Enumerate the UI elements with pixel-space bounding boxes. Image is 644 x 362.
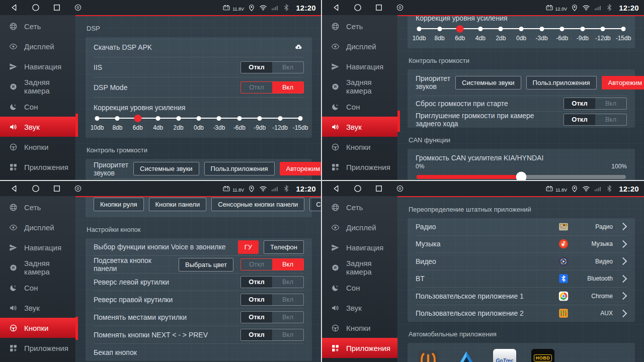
toggle-on-option[interactable]: Вкл — [272, 82, 303, 93]
on-off-toggle[interactable]: ОтклВкл — [240, 276, 304, 288]
on-off-toggle[interactable]: ОтклВкл — [240, 294, 304, 306]
app-override-row[interactable]: МузыкаМузыка — [416, 235, 627, 253]
on-off-toggle[interactable]: ОтклВкл — [564, 114, 627, 126]
app-override-row[interactable]: ВидеоВидео — [416, 252, 627, 270]
tpms-icon[interactable] — [417, 349, 440, 362]
slider-dot[interactable] — [499, 27, 503, 31]
toggle-on-option[interactable]: Вкл — [272, 62, 303, 73]
sidebar-item-7[interactable]: Приложения — [0, 157, 75, 177]
slider-dot[interactable] — [237, 116, 242, 121]
slider-dot[interactable] — [560, 27, 565, 31]
sidebar-item-3[interactable]: RЗадняя камера — [322, 76, 397, 97]
slider-active-dot[interactable] — [134, 115, 141, 122]
sidebar-item-2[interactable]: Навигация — [0, 237, 75, 257]
sidebar-item-6[interactable]: Кнопки — [0, 137, 75, 157]
toggle-off-option[interactable]: Откл — [241, 259, 272, 270]
on-off-toggle[interactable]: ОтклВкл — [240, 81, 304, 94]
slider-dot[interactable] — [621, 27, 626, 31]
sidebar-item-6[interactable]: Кнопки — [0, 318, 75, 338]
slider-dot[interactable] — [478, 27, 482, 31]
toggle-off-option[interactable]: Откл — [564, 114, 595, 125]
tick-slider-track[interactable]: 10db8db6db4db2db0db-3db-6db-9db-12db-15d… — [95, 114, 303, 136]
slider-dot[interactable] — [601, 27, 605, 31]
sidebar-item-2[interactable]: Навигация — [322, 237, 397, 257]
sidebar-item-0[interactable]: Сеть — [0, 197, 75, 217]
choice-option[interactable]: ГУ — [238, 240, 259, 254]
hobd-check-icon[interactable]: HOBDCHECK — [531, 349, 554, 362]
back-icon[interactable] — [332, 184, 341, 193]
sidebar-item-5[interactable]: Звук — [322, 117, 397, 137]
sidebar-item-1[interactable]: Дисплей — [0, 36, 75, 56]
carplay-triangle-icon[interactable] — [455, 349, 478, 362]
sidebar-item-6[interactable]: Кнопки — [322, 137, 397, 157]
slider-thumb[interactable] — [516, 172, 527, 182]
cloud-download-icon[interactable] — [293, 43, 304, 51]
slider-dot[interactable] — [539, 27, 544, 31]
toggle-off-option[interactable]: Откл — [241, 329, 272, 340]
slider-active-dot[interactable] — [456, 25, 464, 33]
recents-icon[interactable] — [52, 184, 61, 193]
on-off-toggle[interactable]: ОтклВкл — [240, 258, 304, 270]
toggle-on-option[interactable]: Вкл — [595, 114, 626, 125]
toggle-off-option[interactable]: Откл — [241, 82, 272, 93]
sidebar-item-7[interactable]: Приложения — [322, 338, 397, 358]
back-icon[interactable] — [10, 3, 19, 12]
recents-icon[interactable] — [52, 3, 61, 12]
sidebar-item-1[interactable]: Дисплей — [322, 36, 397, 56]
toggle-on-option[interactable]: Вкл — [595, 98, 626, 109]
home-icon[interactable] — [353, 3, 362, 12]
home-icon[interactable] — [31, 3, 40, 12]
sidebar-item-6[interactable]: Кнопки — [322, 318, 397, 338]
settings-row[interactable]: Бекап кнопок — [94, 343, 304, 361]
app-override-row[interactable]: BTBluetooth — [416, 270, 627, 288]
gotrec-icon[interactable]: GoTrec — [493, 349, 516, 362]
toggle-on-option[interactable]: Вкл — [272, 329, 303, 340]
slider-dot[interactable] — [437, 27, 442, 31]
slider-dot[interactable] — [519, 27, 524, 31]
choice-option[interactable]: Системные звуки — [133, 162, 199, 175]
choice-option[interactable]: Авторежим — [602, 76, 644, 89]
settings-row[interactable]: Скачать DSP APK — [94, 37, 304, 57]
scroll-indicator[interactable] — [75, 114, 78, 137]
tick-slider-track[interactable]: 10db8db6db4db2db0db-3db-6db-9db-12db-15d… — [417, 24, 626, 46]
slider-dot[interactable] — [580, 27, 585, 31]
back-icon[interactable] — [10, 184, 19, 193]
floating-circle-icon[interactable] — [73, 3, 83, 12]
home-icon[interactable] — [353, 184, 362, 193]
sidebar-item-1[interactable]: Дисплей — [0, 217, 75, 237]
slider-dot[interactable] — [417, 27, 422, 31]
on-off-toggle[interactable]: ОтклВкл — [240, 329, 304, 341]
choose-color-button[interactable]: Выбрать цвет — [179, 258, 233, 272]
on-off-toggle[interactable]: ОтклВкл — [240, 311, 304, 323]
sidebar-item-1[interactable]: Дисплей — [322, 217, 397, 237]
sidebar-item-3[interactable]: RЗадняя камера — [0, 76, 75, 97]
nav-button[interactable]: Кнопки панели — [149, 198, 207, 211]
slider-dot[interactable] — [115, 116, 120, 121]
slider-dot[interactable] — [278, 116, 282, 121]
toggle-off-option[interactable]: Откл — [241, 294, 272, 305]
sidebar-item-5[interactable]: Звук — [0, 117, 75, 137]
floating-circle-icon[interactable] — [395, 184, 405, 193]
sidebar-item-4[interactable]: zСон — [322, 97, 397, 117]
choice-option[interactable]: Польз.приложения — [526, 76, 597, 89]
choice-option[interactable]: Телефон — [264, 240, 304, 254]
toggle-on-option[interactable]: Вкл — [272, 277, 303, 288]
toggle-off-option[interactable]: Откл — [241, 62, 272, 73]
nav-button[interactable]: Кнопки руля — [94, 198, 144, 211]
sidebar-item-4[interactable]: zСон — [322, 278, 397, 298]
choice-option[interactable]: Польз.приложения — [204, 162, 275, 175]
sidebar-item-0[interactable]: Сеть — [322, 16, 397, 36]
recents-icon[interactable] — [374, 3, 383, 12]
sidebar-item-5[interactable]: Звук — [322, 298, 397, 318]
app-override-row[interactable]: Пользовательское приложение 1Chrome — [416, 287, 627, 305]
sidebar-item-2[interactable]: Навигация — [322, 56, 397, 76]
recents-icon[interactable] — [374, 184, 383, 193]
app-override-row[interactable]: РадиоРадио — [416, 218, 627, 235]
sidebar-item-0[interactable]: Сеть — [322, 197, 397, 217]
nav-button[interactable]: Сенсорные кнопки панели — [211, 198, 304, 211]
slider-dot[interactable] — [217, 116, 221, 121]
slider-dot[interactable] — [176, 116, 181, 121]
slider-dot[interactable] — [258, 116, 262, 121]
scroll-indicator[interactable] — [75, 317, 78, 340]
back-icon[interactable] — [332, 3, 341, 12]
